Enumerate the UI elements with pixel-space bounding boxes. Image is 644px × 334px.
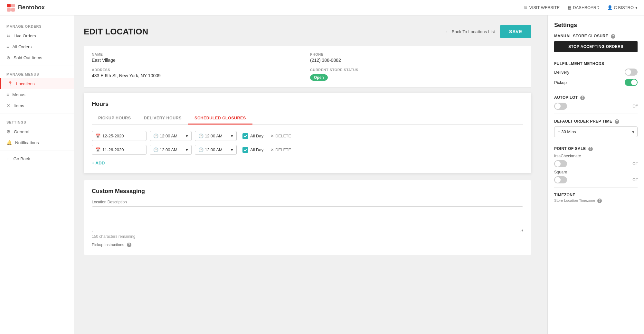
delivery-toggle-row: Delivery — [554, 69, 638, 76]
autopilot-help-icon[interactable]: ? — [580, 96, 585, 100]
pickup-toggle-knob — [631, 79, 637, 85]
sidebar-item-locations[interactable]: 📍 Locations — [0, 78, 74, 89]
monitor-icon: 🖥 — [524, 5, 528, 10]
timezone-help-icon[interactable]: ? — [597, 199, 602, 203]
itsacheckmate-label: ItsaCheckmate — [554, 154, 638, 158]
tab-delivery-hours[interactable]: DELIVERY HOURS — [137, 113, 188, 125]
fulfillment-section-title: FULFILLMENT METHODS — [554, 61, 638, 66]
closure-start-time-2[interactable]: 🕐 12:00 AM ▾ — [150, 145, 192, 155]
location-desc-label: Location Description — [92, 200, 523, 204]
allday-checkbox-2[interactable] — [242, 147, 248, 153]
back-arrow-icon: ← — [6, 156, 11, 161]
sold-out-icon: ⊗ — [6, 55, 10, 60]
right-panel: Settings MANUAL STORE CLOSURE ? STOP ACC… — [547, 15, 644, 334]
page-header-actions: ← Back To Locations List SAVE — [445, 25, 531, 38]
sidebar-item-menus[interactable]: ≡ Menus — [0, 89, 74, 100]
close-icon-delete-2: ✕ — [270, 147, 274, 152]
calendar-icon-2: 📅 — [95, 147, 100, 152]
char-remaining: 150 characters remaining — [92, 234, 523, 239]
closure-date-input-1[interactable]: 📅 12-25-2020 — [92, 131, 147, 141]
sidebar-divider-3 — [0, 151, 74, 151]
location-address-field: ADDRESS 433 E 6th St, New York, NY 10009 — [92, 68, 305, 81]
delivery-toggle[interactable] — [625, 69, 638, 76]
hours-tabs: PICKUP HOURS DELIVERY HOURS SCHEDULED CL… — [92, 113, 523, 125]
pickup-instructions-help-icon[interactable]: ? — [127, 243, 131, 247]
manage-orders-section-title: MANAGE ORDERS — [0, 21, 74, 30]
closure-start-time-1[interactable]: 🕐 12:00 AM ▾ — [150, 131, 192, 141]
dashboard-btn[interactable]: ▦ DASHBOARD — [567, 5, 599, 10]
chevron-down-end-2: ▾ — [231, 147, 233, 152]
location-desc-textarea[interactable] — [92, 206, 523, 232]
left-arrow-icon: ← — [445, 29, 450, 34]
user-icon: 👤 — [607, 5, 612, 10]
manage-menus-section-title: MANAGE MENUS — [0, 69, 74, 78]
closure-date-input-2[interactable]: 📅 11-26-2020 — [92, 145, 147, 155]
sidebar-go-back[interactable]: ← Go Back — [0, 153, 74, 164]
autopilot-toggle[interactable] — [554, 103, 567, 110]
closure-end-time-1[interactable]: 🕐 12:00 AM ▾ — [195, 131, 237, 141]
location-status-field: CURRENT STORE STATUS Open — [310, 68, 523, 81]
allday-checkbox-1[interactable] — [242, 133, 248, 139]
pos-help-icon[interactable]: ? — [588, 147, 593, 151]
pickup-toggle[interactable] — [625, 79, 638, 86]
itsacheckmate-toggle-knob — [555, 161, 561, 167]
settings-section-title: SETTINGS — [0, 116, 74, 126]
status-badge: Open — [310, 74, 328, 81]
svg-rect-1 — [11, 4, 15, 7]
topnav-right: 🖥 VISIT WEBSITE ▦ DASHBOARD 👤 C BISTRO ▾ — [524, 5, 638, 10]
svg-rect-2 — [7, 8, 11, 12]
logo[interactable]: Bentobox — [6, 3, 45, 12]
stop-accepting-orders-btn[interactable]: STOP ACCEPTING ORDERS — [554, 41, 638, 52]
prep-time-section-title: DEFAULT ORDER PREP TIME ? — [554, 119, 638, 124]
autopilot-toggle-row: Off — [554, 103, 638, 110]
add-closure-btn[interactable]: + ADD — [92, 161, 105, 165]
settings-divider-3 — [554, 114, 638, 114]
sidebar-item-live-orders[interactable]: ≋ Live Orders — [0, 30, 74, 41]
delete-closure-1[interactable]: ✕ DELETE — [270, 134, 291, 138]
timezone-section-title: TIMEZONE — [554, 193, 638, 197]
sidebar-item-sold-out-items[interactable]: ⊗ Sold Out Items — [0, 52, 74, 63]
visit-website-btn[interactable]: 🖥 VISIT WEBSITE — [524, 5, 560, 10]
grid-icon: ▦ — [567, 5, 571, 10]
sidebar-item-items[interactable]: ✕ Items — [0, 100, 74, 111]
chevron-down-icon: ▾ — [635, 5, 638, 10]
tab-scheduled-closures[interactable]: SCHEDULED CLOSURES — [188, 113, 252, 125]
sidebar-item-all-orders[interactable]: ≡ All Orders — [0, 41, 74, 52]
closure-row-1: 📅 12-25-2020 🕐 12:00 AM ▾ 🕐 12:00 AM ▾ A… — [92, 131, 523, 141]
delete-closure-2[interactable]: ✕ DELETE — [270, 147, 291, 152]
tab-pickup-hours[interactable]: PICKUP HOURS — [92, 113, 137, 125]
chevron-down-end-1: ▾ — [231, 134, 233, 138]
itsacheckmate-toggle[interactable] — [554, 160, 567, 167]
settings-divider-5 — [554, 187, 638, 188]
closure-end-time-2[interactable]: 🕐 12:00 AM ▾ — [195, 145, 237, 155]
manual-closure-help-icon[interactable]: ? — [611, 34, 615, 39]
location-icon: 📍 — [7, 81, 13, 86]
allday-check-2: All Day — [242, 147, 263, 153]
logo-text: Bentobox — [18, 4, 45, 11]
calendar-icon-1: 📅 — [95, 134, 100, 138]
prep-time-help-icon[interactable]: ? — [615, 119, 619, 124]
user-menu-btn[interactable]: 👤 C BISTRO ▾ — [607, 5, 638, 10]
settings-divider-2 — [554, 90, 638, 90]
clock-icon-end-2: 🕐 — [198, 147, 204, 152]
sidebar-divider-2 — [0, 114, 74, 114]
back-to-locations-link[interactable]: ← Back To Locations List — [445, 29, 495, 34]
prep-time-select[interactable]: + 10 Mins + 15 Mins + 20 Mins + 30 Mins … — [554, 126, 638, 137]
gear-icon: ⚙ — [6, 129, 11, 134]
square-label: Square — [554, 170, 638, 174]
page-title: EDIT LOCATION — [84, 27, 148, 37]
square-toggle[interactable] — [554, 176, 567, 183]
clock-icon-start-1: 🕐 — [153, 134, 158, 138]
pickup-toggle-row: Pickup — [554, 79, 638, 86]
location-info-card: NAME East Village PHONE (212) 388-0882 A… — [84, 46, 531, 88]
hours-card: Hours PICKUP HOURS DELIVERY HOURS SCHEDU… — [84, 93, 531, 173]
sidebar-item-general[interactable]: ⚙ General — [0, 126, 74, 137]
sidebar-item-notifications[interactable]: 🔔 Notifications — [0, 137, 74, 148]
items-icon: ✕ — [6, 103, 10, 108]
pos-section-title: POINT OF SALE ? — [554, 146, 638, 151]
save-button[interactable]: SAVE — [500, 25, 531, 38]
clock-icon-end-1: 🕐 — [198, 134, 204, 138]
close-icon-delete-1: ✕ — [270, 134, 274, 138]
itsacheckmate-toggle-row: Off — [554, 160, 638, 167]
custom-messaging-title: Custom Messaging — [92, 188, 523, 195]
